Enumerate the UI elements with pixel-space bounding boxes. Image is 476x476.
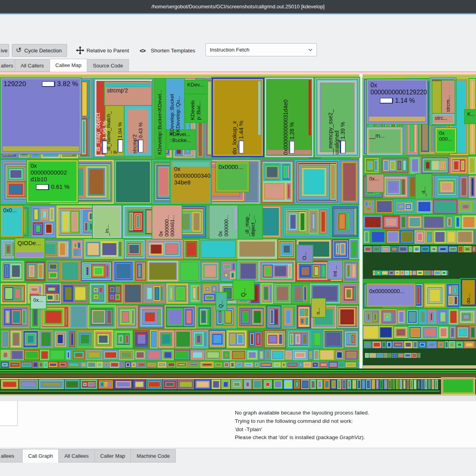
call-graph-panel: No graph available because the layouting… [0,401,476,448]
chevron-down-icon [308,48,313,52]
relative-to-parent-label[interactable]: Relative to Parent [86,44,129,57]
callee-treemap[interactable]: 1292203.82 %_dl_map_object 1.96 %strcmp'… [0,72,476,395]
window-title: /home/sergobot/Documents/GCI/screenshots… [152,4,324,10]
event-type-select[interactable]: Instruction Fetch [205,43,317,56]
window-titlebar[interactable]: /home/sergobot/Documents/GCI/screenshots… [0,0,476,13]
tab-caller-map[interactable]: Caller Map [95,449,131,463]
tab-all-callers[interactable]: All Callers [15,59,50,71]
tab-callers-partial[interactable]: allers [0,59,15,71]
graph-error-message: No graph available because the layouting… [235,409,369,442]
pane-tabbar-top: allers All Callers Callee Map Source Cod… [0,58,476,72]
tab-all-callees[interactable]: All Callees [59,449,94,463]
tab-call-graph[interactable]: Call Graph [23,449,59,463]
main-toolbar: ive ↺ Cycle Detection Relative to Parent… [0,14,476,58]
pane-tabbar-bottom: allees Call Graph All Callees Caller Map… [0,448,476,476]
tab-machine-code[interactable]: Machine Code [131,449,176,463]
tab-callee-map[interactable]: Callee Map [50,59,88,72]
relative-button-partial[interactable]: ive [0,44,9,57]
treemap-canvas[interactable] [0,72,476,395]
move-icon[interactable] [76,44,84,57]
graph-birdseye-box[interactable] [0,401,18,426]
undo-icon: ↺ [16,46,21,54]
splitter-strip[interactable] [0,395,476,401]
cycle-detection-button[interactable]: ↺ Cycle Detection [12,44,67,57]
shorten-templates-icon[interactable]: <> [140,44,145,57]
tab-source-code[interactable]: Source Code [87,59,129,71]
tab-callees-partial[interactable]: allees [0,449,23,463]
shorten-templates-label[interactable]: Shorten Templates [151,44,195,57]
